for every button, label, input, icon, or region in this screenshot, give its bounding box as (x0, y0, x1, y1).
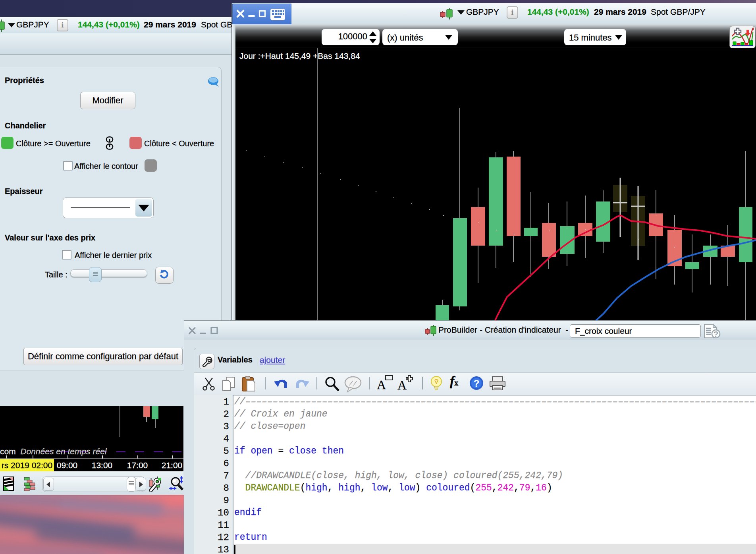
svg-text:?: ? (714, 329, 719, 339)
svg-text://: // (349, 380, 357, 387)
svg-text:?: ? (474, 378, 480, 389)
